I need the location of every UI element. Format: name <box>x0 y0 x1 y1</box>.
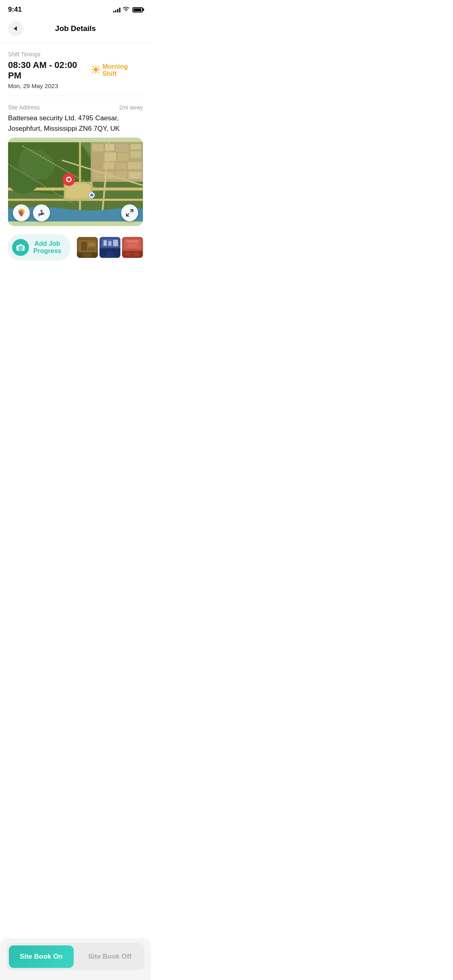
camera-icon <box>12 239 29 256</box>
svg-rect-68 <box>126 240 138 243</box>
back-chevron-icon <box>14 26 17 31</box>
svg-rect-20 <box>103 162 114 169</box>
svg-rect-12 <box>105 144 114 150</box>
status-bar: 9:41 <box>0 0 151 17</box>
directions-button[interactable] <box>33 204 50 221</box>
svg-rect-53 <box>88 243 95 246</box>
svg-point-48 <box>20 248 21 249</box>
svg-line-8 <box>93 72 93 72</box>
svg-line-6 <box>98 72 99 72</box>
svg-rect-14 <box>130 144 141 149</box>
signal-icon <box>113 7 120 12</box>
svg-line-7 <box>98 66 99 67</box>
status-time: 9:41 <box>8 6 22 14</box>
site-header-row: Site Address 2mi away <box>8 104 143 111</box>
shift-time-range: 08:30 AM - 02:00 PM <box>8 60 91 81</box>
site-address-text: Battersea security Ltd. 4795 Caesar, Jos… <box>8 113 143 134</box>
svg-rect-52 <box>81 242 87 251</box>
svg-rect-56 <box>83 253 92 257</box>
svg-rect-19 <box>94 163 102 169</box>
svg-rect-17 <box>118 153 128 161</box>
shift-timings-section: Shift Timings 08:30 AM - 02:00 PM <box>8 43 143 96</box>
shift-time-row: 08:30 AM - 02:00 PM Morning <box>8 60 143 81</box>
svg-rect-69 <box>128 244 137 248</box>
add-progress-label: Add Job Progress <box>33 240 62 255</box>
svg-rect-46 <box>19 244 22 246</box>
svg-point-49 <box>23 246 23 247</box>
site-address-section: Site Address 2mi away Battersea security… <box>8 96 143 275</box>
svg-rect-18 <box>130 151 141 158</box>
page-title: Job Details <box>23 24 128 33</box>
svg-rect-71 <box>125 252 131 256</box>
status-icons <box>113 6 143 13</box>
svg-rect-62 <box>113 240 118 246</box>
header: Job Details <box>0 17 151 43</box>
svg-point-0 <box>94 68 98 72</box>
wifi-icon <box>123 6 129 13</box>
main-content: Shift Timings 08:30 AM - 02:00 PM <box>0 43 151 275</box>
map-expand-button[interactable] <box>121 204 138 221</box>
svg-rect-26 <box>128 172 141 179</box>
svg-rect-60 <box>103 240 107 246</box>
svg-rect-16 <box>104 152 116 161</box>
distance-text: 2mi away <box>119 104 143 111</box>
photo-thumb-3[interactable] <box>122 237 143 258</box>
map-controls <box>13 204 50 221</box>
job-progress-row: Add Job Progress <box>8 234 143 261</box>
svg-rect-11 <box>93 144 103 151</box>
svg-point-39 <box>20 211 23 213</box>
svg-rect-21 <box>116 163 126 169</box>
svg-rect-13 <box>116 144 128 152</box>
svg-line-5 <box>93 66 93 67</box>
svg-point-38 <box>67 178 70 181</box>
svg-rect-72 <box>133 252 139 256</box>
site-address-label: Site Address <box>8 104 40 111</box>
svg-rect-40 <box>38 214 41 214</box>
svg-rect-61 <box>108 241 112 246</box>
map-container[interactable] <box>8 138 143 226</box>
sun-icon <box>91 65 100 76</box>
battery-icon <box>132 7 143 12</box>
shift-type-label: Morning Shift <box>103 63 143 78</box>
morning-shift-badge: Morning Shift <box>91 63 143 78</box>
svg-rect-15 <box>93 153 103 161</box>
svg-rect-22 <box>128 162 141 169</box>
photo-thumbnails <box>77 237 143 258</box>
svg-marker-41 <box>41 212 45 215</box>
svg-rect-54 <box>88 247 95 251</box>
photo-thumb-2[interactable] <box>99 237 120 258</box>
location-pin <box>62 173 75 191</box>
svg-rect-70 <box>122 251 143 258</box>
shift-date: Mon, 29 May 2023 <box>8 82 143 89</box>
photo-thumb-1[interactable] <box>77 237 98 258</box>
google-maps-button[interactable] <box>13 204 30 221</box>
add-job-progress-button[interactable]: Add Job Progress <box>8 234 70 261</box>
shift-timings-label: Shift Timings <box>8 51 143 58</box>
back-button[interactable] <box>8 21 23 36</box>
